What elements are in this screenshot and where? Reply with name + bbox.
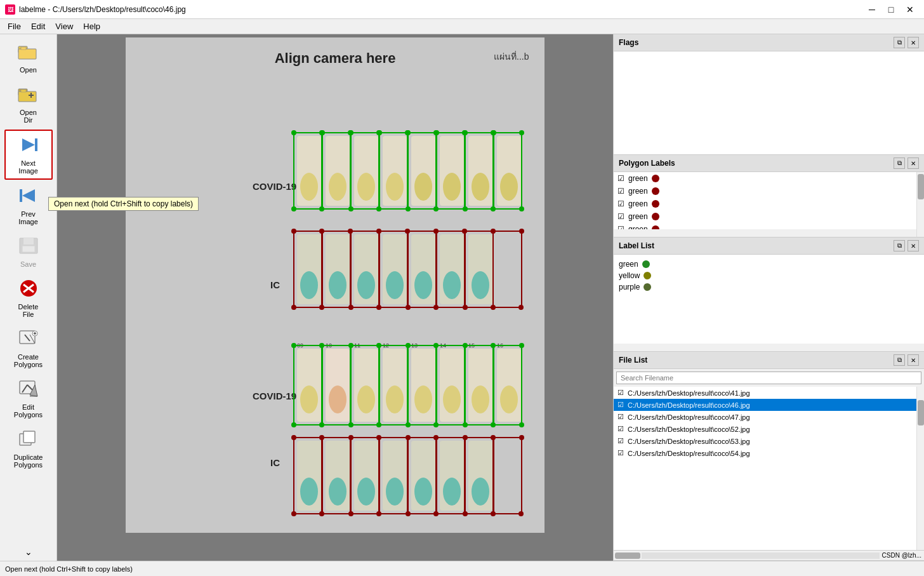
- file-item-0[interactable]: ☑ C:/Users/lzh/Desktop/result\coco\41.jp…: [614, 387, 916, 399]
- svg-point-203: [406, 435, 411, 440]
- svg-point-81: [376, 206, 381, 211]
- edit-polygons-label: EditPolygons: [14, 403, 43, 419]
- file-item-2[interactable]: ☑ C:/Users/lzh/Desktop/result\coco\47.jp…: [614, 411, 916, 423]
- next-image-button[interactable]: NextImage: [4, 130, 53, 180]
- svg-text:แผ่นที่...b: แผ่นที่...b: [494, 51, 529, 62]
- svg-text:IC: IC: [270, 279, 280, 290]
- file-list-hscrollbar[interactable]: CSDN @lzh...: [614, 550, 924, 560]
- prev-image-button[interactable]: PrevImage: [4, 181, 53, 230]
- svg-point-109: [348, 229, 353, 234]
- svg-point-188: [414, 478, 432, 506]
- polygon-labels-expand-btn[interactable]: ⧉: [894, 157, 905, 169]
- open-button[interactable]: Open: [4, 37, 53, 78]
- svg-point-208: [291, 511, 296, 516]
- svg-point-162: [376, 343, 381, 348]
- svg-point-209: [319, 511, 324, 516]
- file-path-2: C:/Users/lzh/Desktop/result\coco\47.jpg: [628, 413, 750, 421]
- toolbar-expand-btn[interactable]: ⌄: [23, 546, 34, 558]
- menu-edit[interactable]: Edit: [26, 20, 50, 32]
- save-button[interactable]: Save: [4, 231, 53, 272]
- duplicate-polygons-icon: [17, 429, 40, 452]
- polygon-labels-panel: Polygon Labels ⧉ ✕ ☑ green ☑ green: [614, 155, 924, 238]
- file-search-input[interactable]: [616, 372, 921, 384]
- menu-bar: File Edit View Help: [0, 19, 924, 34]
- canvas-area[interactable]: Align camera here แผ่นที่...b COVID-19 I…: [57, 34, 613, 561]
- duplicate-polygons-label: DuplicatePolygons: [14, 453, 43, 469]
- polygon-checkbox-4[interactable]: ☑: [617, 225, 624, 229]
- flags-content: [614, 51, 924, 154]
- polygon-label-row-3[interactable]: ☑ green: [614, 210, 916, 223]
- menu-view[interactable]: View: [50, 20, 78, 32]
- svg-point-119: [376, 305, 381, 310]
- svg-point-50: [414, 173, 432, 201]
- open-dir-button[interactable]: OpenDir: [4, 79, 53, 128]
- window-title: labelme - C:/Users/lzh/Desktop/result\co…: [19, 5, 186, 14]
- create-polygons-button[interactable]: CreatePolygons: [4, 324, 53, 373]
- file-item-5[interactable]: ☑ C:/Users/lzh/Desktop/result\coco\54.jp…: [614, 447, 916, 459]
- label-text-purple: purple: [619, 283, 640, 291]
- polygon-label-text-1: green: [628, 187, 648, 196]
- close-button[interactable]: ✕: [901, 3, 919, 17]
- label-row-yellow[interactable]: yellow: [619, 270, 919, 281]
- open-dir-label: OpenDir: [20, 109, 37, 124]
- polygon-checkbox-3[interactable]: ☑: [617, 212, 624, 221]
- flags-close-btn[interactable]: ✕: [908, 37, 919, 48]
- svg-rect-13: [23, 238, 34, 244]
- file-checkbox-4[interactable]: ☑: [617, 437, 624, 445]
- file-checkbox-0[interactable]: ☑: [617, 389, 624, 397]
- svg-point-94: [300, 271, 318, 299]
- delete-icon: [17, 278, 40, 302]
- maximize-button[interactable]: □: [882, 3, 900, 17]
- menu-file[interactable]: File: [3, 20, 26, 32]
- polygon-label-row-1[interactable]: ☑ green: [614, 185, 916, 198]
- file-checkbox-1[interactable]: ☑: [617, 401, 624, 409]
- svg-point-199: [291, 435, 296, 440]
- delete-file-button[interactable]: DeleteFile: [4, 274, 53, 323]
- file-checkbox-3[interactable]: ☑: [617, 425, 624, 433]
- svg-point-113: [319, 229, 324, 234]
- file-list-close-btn[interactable]: ✕: [908, 354, 919, 366]
- svg-point-212: [406, 511, 411, 516]
- toolbar: Open OpenDir Ne: [0, 34, 57, 561]
- polygon-scrollbar[interactable]: [916, 172, 924, 237]
- svg-point-85: [491, 206, 496, 211]
- polygon-label-row-0[interactable]: ☑ green: [614, 172, 916, 185]
- svg-point-160: [319, 343, 324, 348]
- file-list-scrollbar[interactable]: [916, 387, 924, 550]
- svg-point-207: [519, 435, 524, 440]
- flags-expand-btn[interactable]: ⧉: [894, 37, 905, 48]
- svg-point-189: [443, 478, 461, 506]
- polygon-checkbox-1[interactable]: ☑: [617, 187, 624, 196]
- label-list-expand-btn[interactable]: ⧉: [894, 240, 905, 251]
- file-list-expand-btn[interactable]: ⧉: [894, 354, 905, 366]
- file-checkbox-2[interactable]: ☑: [617, 413, 624, 421]
- file-item-3[interactable]: ☑ C:/Users/lzh/Desktop/result\coco\52.jp…: [614, 423, 916, 435]
- svg-point-52: [472, 173, 489, 201]
- file-item-4[interactable]: ☑ C:/Users/lzh/Desktop/result\coco\53.jp…: [614, 435, 916, 447]
- svg-text:COVID-19: COVID-19: [253, 181, 296, 192]
- file-checkbox-5[interactable]: ☑: [617, 449, 624, 457]
- duplicate-polygons-button[interactable]: DuplicatePolygons: [4, 424, 53, 473]
- svg-point-116: [291, 305, 296, 310]
- file-item-1[interactable]: ☑ C:/Users/lzh/Desktop/result\coco\46.jp…: [614, 399, 916, 411]
- edit-polygons-button[interactable]: EditPolygons: [4, 374, 53, 423]
- svg-point-48: [357, 173, 375, 201]
- label-list-close-btn[interactable]: ✕: [908, 240, 919, 251]
- next-image-label: NextImage: [18, 159, 38, 175]
- polygon-checkbox-0[interactable]: ☑: [617, 174, 624, 183]
- polygon-checkbox-2[interactable]: ☑: [617, 199, 624, 208]
- svg-point-97: [386, 271, 404, 299]
- svg-point-95: [329, 271, 346, 299]
- minimize-button[interactable]: ─: [863, 3, 881, 17]
- label-list-title: Label List: [619, 241, 654, 250]
- polygon-label-row-4[interactable]: ☑ green: [614, 223, 916, 229]
- svg-point-82: [406, 206, 411, 211]
- label-row-green[interactable]: green: [619, 258, 919, 270]
- svg-line-26: [27, 385, 32, 390]
- svg-point-79: [319, 206, 324, 211]
- polygon-labels-close-btn[interactable]: ✕: [908, 157, 919, 169]
- menu-help[interactable]: Help: [78, 20, 105, 32]
- prev-image-icon: [17, 185, 40, 209]
- label-row-purple[interactable]: purple: [619, 281, 919, 293]
- polygon-label-row-2[interactable]: ☑ green: [614, 198, 916, 210]
